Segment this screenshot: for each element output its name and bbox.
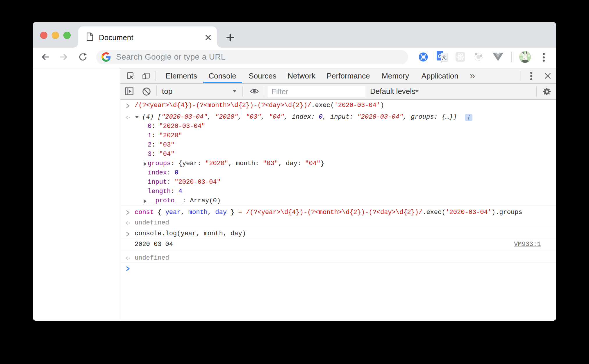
svg-text:文: 文: [442, 55, 447, 60]
